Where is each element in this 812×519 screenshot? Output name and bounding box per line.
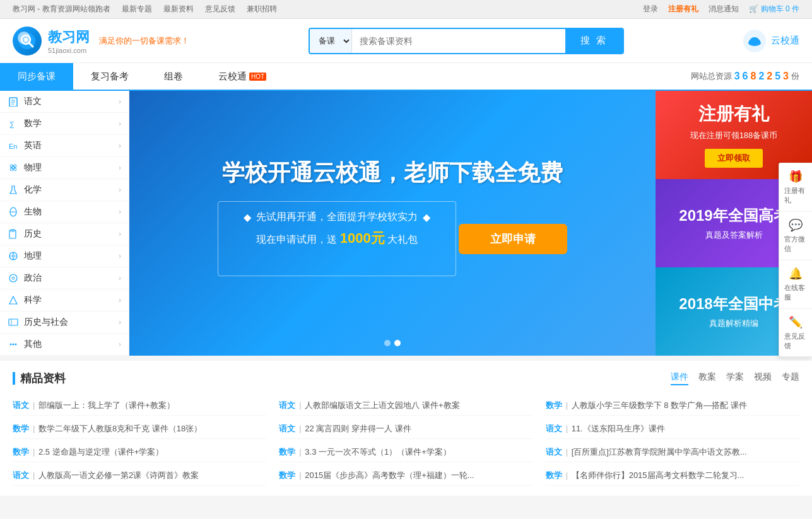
sidebar-label-geography: 地理 <box>24 250 119 262</box>
sidebar-label-history: 历史 <box>24 228 119 240</box>
banner-apply-button[interactable]: 立即申请 <box>459 224 567 254</box>
other-icon <box>8 339 19 350</box>
svg-point-23 <box>9 274 17 282</box>
tab-cloud[interactable]: 云校通 HOT <box>201 63 284 90</box>
nav-link-feedback[interactable]: 意见反馈 <box>205 4 235 15</box>
header: 教习网 51jiaoxi.com 满足你的一切备课需求！ 备课 搜 索 云校通 <box>0 19 812 63</box>
sidebar-label-physics: 物理 <box>24 162 119 173</box>
float-wechat-label: 官方微信 <box>784 234 807 253</box>
svg-point-7 <box>750 37 759 44</box>
resource-item[interactable]: 语文| 11.《送东阳马生序》课件 <box>546 419 799 439</box>
hot-badge: HOT <box>249 73 266 81</box>
tab-review[interactable]: 复习备考 <box>73 63 146 90</box>
sidebar-label-english: 英语 <box>24 140 119 151</box>
resource-item[interactable]: 数学| 数学二年级下人教版8克和千克 课件（18张） <box>13 419 266 439</box>
nav-link-resource[interactable]: 最新资料 <box>163 4 194 15</box>
resource-item[interactable]: 数学| 【名师伴你行】2015届高考文科数学二轮复习... <box>546 466 799 486</box>
english-icon: En <box>8 140 19 151</box>
banner-highlight: 1000元 <box>340 230 385 246</box>
search-category-select[interactable]: 备课 <box>310 29 352 53</box>
section-tabs: 课件 教案 学案 视频 专题 <box>671 371 799 385</box>
resource-item[interactable]: 数学| 2015届《步步高》高考数学（理+福建）一轮... <box>279 466 533 486</box>
nav-link-special[interactable]: 最新专题 <box>122 4 152 15</box>
logo-slogan: 满足你的一切备课需求！ <box>99 35 189 47</box>
section-header: 精品资料 课件 教案 学案 视频 专题 <box>13 371 799 386</box>
sidebar-item-politics[interactable]: 政治 › <box>0 267 129 289</box>
biology-icon <box>8 206 19 218</box>
sidebar-item-history[interactable]: 历史 › <box>0 223 129 245</box>
wechat-icon: 💬 <box>789 218 803 231</box>
resource-item[interactable]: 语文| 人教部编版语文三上语文园地八 课件+教案 <box>279 396 533 416</box>
math-icon: ∑ <box>8 118 19 129</box>
float-feedback[interactable]: ✏️ 意见反馈 <box>779 308 812 356</box>
gaokao-panel-title: 2019年全国高考 <box>679 206 788 226</box>
stat-6: 6 <box>743 71 748 82</box>
svg-text:∑: ∑ <box>9 120 15 129</box>
search-input[interactable] <box>352 29 565 53</box>
sidebar-item-biology[interactable]: 生物 › <box>0 201 129 223</box>
float-wechat[interactable]: 💬 官方微信 <box>779 211 812 260</box>
svg-point-29 <box>13 344 15 346</box>
register-panel-btn[interactable]: 立即领取 <box>705 149 763 168</box>
float-service[interactable]: 🔔 在线客服 <box>779 260 812 308</box>
resource-item[interactable]: 语文| 人教版高一语文必修一第2课《诗两首》教案 <box>13 466 266 486</box>
arrow-icon-chemistry: › <box>119 185 121 194</box>
banner-dots <box>384 340 401 346</box>
sidebar-item-science[interactable]: 科学 › <box>0 289 129 312</box>
login-link[interactable]: 登录 <box>643 4 658 15</box>
stat-8: 8 <box>750 71 756 82</box>
sidebar-item-math[interactable]: ∑ 数学 › <box>0 113 129 135</box>
logo-area: 教习网 51jiaoxi.com 满足你的一切备课需求！ <box>13 26 189 55</box>
search-button[interactable]: 搜 索 <box>565 29 623 53</box>
stat-3: 3 <box>734 71 740 82</box>
svg-point-24 <box>12 277 15 279</box>
banner-title: 学校开通云校通，老师下载全免费 <box>218 158 567 189</box>
sidebar-item-english[interactable]: En 英语 › <box>0 135 129 157</box>
resource-item[interactable]: 数学| 3.3 一元一次不等式（1）（课件+学案） <box>279 443 533 462</box>
register-link[interactable]: 注册有礼 <box>668 4 698 15</box>
cart-area[interactable]: 🛒 购物车 0 件 <box>749 4 799 15</box>
sidebar-item-geography[interactable]: 地理 › <box>0 245 129 267</box>
arrow-icon-other: › <box>119 340 121 349</box>
tab-sync-lesson[interactable]: 同步备课 <box>0 63 73 90</box>
resource-item[interactable]: 语文| 部编版一上：我上学了（课件+教案） <box>13 396 266 416</box>
tab-topic[interactable]: 专题 <box>782 371 799 385</box>
banner-dot-2[interactable] <box>394 340 401 346</box>
sidebar-item-physics[interactable]: 物理 › <box>0 157 129 179</box>
resource-item[interactable]: 数学| 人教版小学三年级数学下 8 数学广角—搭配 课件 <box>546 396 799 416</box>
stat-2a: 2 <box>758 71 764 82</box>
content-area: 语文 › ∑ 数学 › En 英语 › 物理 › <box>0 91 812 356</box>
sidebar-item-history-society[interactable]: 历史与社会 › <box>0 312 129 334</box>
tab-courseware[interactable]: 课件 <box>671 371 688 385</box>
gift-icon: 🎁 <box>789 169 803 183</box>
sidebar-item-chemistry[interactable]: 化学 › <box>0 179 129 201</box>
nav-link-jobs[interactable]: 兼职招聘 <box>247 4 277 15</box>
banner-subtitle1: ◆ 先试用再开通，全面提升学校软实力 ◆ <box>244 211 430 224</box>
float-register[interactable]: 🎁 注册有礼 <box>779 163 812 211</box>
svg-marker-25 <box>9 296 17 304</box>
cloud-area[interactable]: 云校通 <box>743 30 799 52</box>
resource-item[interactable]: 语文| [百所重点]江苏教育学院附属中学高中语文苏教... <box>546 443 799 462</box>
tab-lesson-plan[interactable]: 教案 <box>698 371 716 385</box>
history-society-icon <box>8 317 19 328</box>
register-panel-sub: 现在注册可领188备课币 <box>690 130 778 141</box>
section-title-text: 精品资料 <box>20 371 66 386</box>
tab-paper[interactable]: 组卷 <box>146 63 201 90</box>
resource-item[interactable]: 语文| 22 寓言四则 穿井得一人 课件 <box>279 419 533 439</box>
sidebar-label-chinese: 语文 <box>24 96 119 107</box>
tab-study-plan[interactable]: 学案 <box>726 371 744 385</box>
sidebar-label-math: 数学 <box>24 118 119 129</box>
message-link[interactable]: 消息通知 <box>709 4 739 15</box>
sidebar-label-politics: 政治 <box>24 272 119 284</box>
resource-item[interactable]: 数学| 2.5 逆命题与逆定理（课件+学案） <box>13 443 266 462</box>
top-nav-right: 登录 注册有礼 消息通知 🛒 购物车 0 件 <box>643 4 799 15</box>
tab-video[interactable]: 视频 <box>754 371 772 385</box>
sidebar-item-other[interactable]: 其他 › <box>0 334 129 356</box>
banner-dot-1[interactable] <box>384 340 391 346</box>
svg-point-14 <box>12 166 15 169</box>
banner-content: 学校开通云校通，老师下载全免费 ◆ 先试用再开通，全面提升学校软实力 ◆ 现在申… <box>205 145 580 301</box>
arrow-icon-physics: › <box>119 163 121 172</box>
arrow-icon-history: › <box>119 230 121 238</box>
sidebar: 语文 › ∑ 数学 › En 英语 › 物理 › <box>0 91 129 356</box>
sidebar-item-chinese[interactable]: 语文 › <box>0 91 129 113</box>
